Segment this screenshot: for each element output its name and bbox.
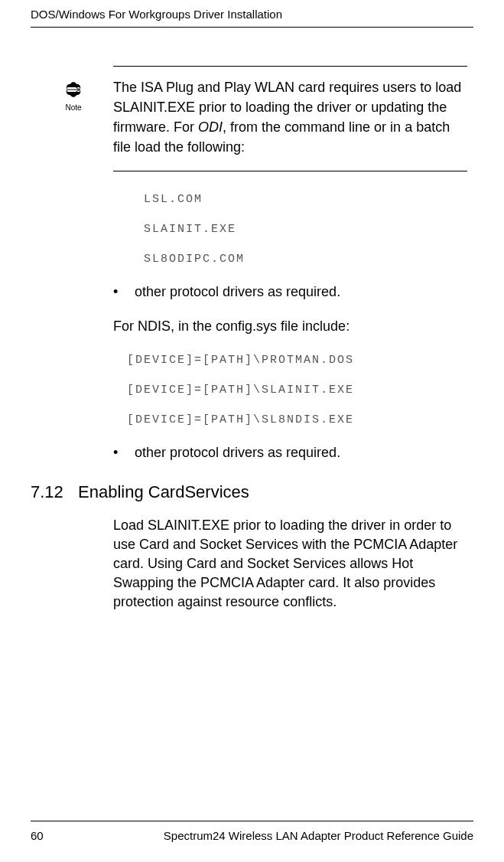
bullet-marker: •: [113, 445, 135, 461]
bullet-text: other protocol drivers as required.: [135, 284, 340, 300]
section-body: Load SLAINIT.EXE prior to loading the dr…: [113, 516, 467, 612]
section-title: Enabling CardServices: [78, 482, 249, 502]
header-rule: [31, 27, 473, 28]
code-line: LSL.COM: [144, 193, 467, 206]
bullet-item: • other protocol drivers as required.: [113, 284, 467, 300]
content-area: Note The ISA Plug and Play WLAN card req…: [113, 66, 467, 612]
section-number: 7.12: [31, 482, 78, 502]
code-line: SLAINIT.EXE: [144, 223, 467, 236]
code-line: [DEVICE]=[PATH]\SL8NDIS.EXE: [127, 413, 467, 426]
page-footer: 60 Spectrum24 Wireless LAN Adapter Produ…: [31, 821, 473, 842]
code-line: SL8ODIPC.COM: [144, 253, 467, 266]
code-line: [DEVICE]=[PATH]\PROTMAN.DOS: [127, 354, 467, 367]
bullet-marker: •: [113, 284, 135, 300]
bullet-item: • other protocol drivers as required.: [113, 445, 467, 461]
note-block: Note The ISA Plug and Play WLAN card req…: [113, 66, 467, 171]
asterisk-icon: [58, 77, 89, 102]
page-number: 60: [31, 829, 44, 842]
footer-title: Spectrum24 Wireless LAN Adapter Product …: [164, 829, 473, 842]
code-line: [DEVICE]=[PATH]\SLAINIT.EXE: [127, 384, 467, 397]
note-text: The ISA Plug and Play WLAN card requires…: [113, 77, 467, 157]
code-block-odi: LSL.COM SLAINIT.EXE SL8ODIPC.COM: [144, 193, 467, 266]
page: DOS/Windows For Workgroups Driver Instal…: [0, 0, 504, 862]
paragraph-ndis: For NDIS, in the config.sys file include…: [113, 317, 467, 336]
footer-rule: [31, 821, 473, 821]
bullet-text: other protocol drivers as required.: [135, 445, 340, 461]
footer-row: 60 Spectrum24 Wireless LAN Adapter Produ…: [31, 829, 473, 842]
note-text-italic: ODI: [198, 119, 223, 135]
code-block-ndis: [DEVICE]=[PATH]\PROTMAN.DOS [DEVICE]=[PA…: [127, 354, 467, 426]
running-header: DOS/Windows For Workgroups Driver Instal…: [31, 0, 473, 27]
section-heading-row: 7.12 Enabling CardServices: [31, 478, 467, 516]
note-icon: Note: [54, 77, 93, 112]
note-icon-label: Note: [54, 103, 93, 112]
